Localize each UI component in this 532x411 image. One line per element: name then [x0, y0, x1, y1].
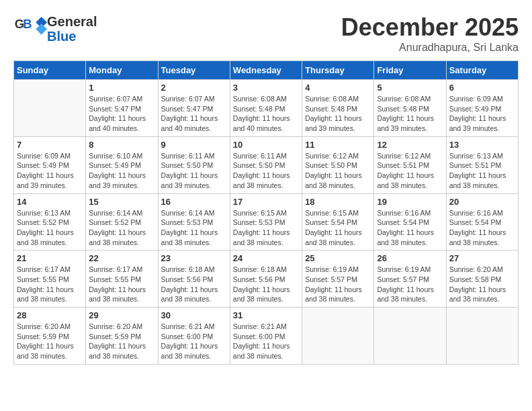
- day-info: Sunrise: 6:19 AMSunset: 5:57 PMDaylight:…: [305, 265, 371, 304]
- calendar-cell: 29Sunrise: 6:20 AMSunset: 5:59 PMDayligh…: [86, 308, 158, 365]
- day-info: Sunrise: 6:20 AMSunset: 5:58 PMDaylight:…: [449, 265, 515, 304]
- calendar-week-row: 14Sunrise: 6:13 AMSunset: 5:52 PMDayligh…: [14, 193, 519, 250]
- day-number: 11: [305, 140, 371, 150]
- day-number: 24: [233, 253, 299, 263]
- day-info: Sunrise: 6:20 AMSunset: 5:59 PMDaylight:…: [17, 322, 83, 361]
- day-info: Sunrise: 6:15 AMSunset: 5:54 PMDaylight:…: [305, 208, 371, 248]
- day-number: 14: [17, 197, 83, 207]
- day-number: 19: [377, 197, 443, 207]
- calendar-cell: 17Sunrise: 6:15 AMSunset: 5:53 PMDayligh…: [230, 193, 302, 250]
- day-number: 13: [449, 140, 515, 150]
- day-info: Sunrise: 6:14 AMSunset: 5:53 PMDaylight:…: [161, 208, 227, 248]
- day-info: Sunrise: 6:11 AMSunset: 5:50 PMDaylight:…: [233, 151, 299, 191]
- day-number: 5: [377, 83, 443, 93]
- day-info: Sunrise: 6:09 AMSunset: 5:49 PMDaylight:…: [449, 94, 515, 134]
- svg-marker-3: [36, 24, 47, 35]
- page-header: G B General Blue December 2025 Anuradhap…: [13, 13, 519, 54]
- day-info: Sunrise: 6:18 AMSunset: 5:56 PMDaylight:…: [233, 265, 299, 304]
- calendar-cell: 26Sunrise: 6:19 AMSunset: 5:57 PMDayligh…: [374, 250, 446, 308]
- calendar-week-row: 28Sunrise: 6:20 AMSunset: 5:59 PMDayligh…: [14, 308, 519, 365]
- logo-general-text: General: [47, 14, 97, 29]
- day-number: 2: [161, 83, 227, 93]
- weekday-header-thursday: Thursday: [302, 61, 374, 80]
- day-number: 25: [305, 253, 371, 263]
- day-info: Sunrise: 6:08 AMSunset: 5:48 PMDaylight:…: [233, 94, 299, 134]
- day-info: Sunrise: 6:18 AMSunset: 5:56 PMDaylight:…: [161, 265, 227, 304]
- day-info: Sunrise: 6:09 AMSunset: 5:49 PMDaylight:…: [17, 151, 83, 191]
- calendar-header-row: SundayMondayTuesdayWednesdayThursdayFrid…: [14, 61, 519, 80]
- day-info: Sunrise: 6:16 AMSunset: 5:54 PMDaylight:…: [377, 208, 443, 248]
- day-info: Sunrise: 6:07 AMSunset: 5:47 PMDaylight:…: [161, 94, 227, 134]
- calendar-cell: 21Sunrise: 6:17 AMSunset: 5:55 PMDayligh…: [14, 250, 86, 308]
- calendar-week-row: 1Sunrise: 6:07 AMSunset: 5:47 PMDaylight…: [14, 80, 519, 137]
- calendar-cell: 5Sunrise: 6:08 AMSunset: 5:48 PMDaylight…: [374, 80, 446, 137]
- day-number: 22: [89, 253, 154, 263]
- day-info: Sunrise: 6:08 AMSunset: 5:48 PMDaylight:…: [377, 94, 443, 134]
- calendar-cell: 3Sunrise: 6:08 AMSunset: 5:48 PMDaylight…: [230, 80, 302, 137]
- day-info: Sunrise: 6:12 AMSunset: 5:51 PMDaylight:…: [377, 151, 443, 191]
- day-info: Sunrise: 6:17 AMSunset: 5:55 PMDaylight:…: [17, 265, 83, 304]
- day-number: 31: [233, 310, 299, 320]
- day-info: Sunrise: 6:08 AMSunset: 5:48 PMDaylight:…: [305, 94, 371, 134]
- day-number: 9: [161, 140, 227, 150]
- calendar-cell: 7Sunrise: 6:09 AMSunset: 5:49 PMDaylight…: [14, 136, 86, 193]
- day-number: 10: [233, 140, 299, 150]
- calendar-cell: 10Sunrise: 6:11 AMSunset: 5:50 PMDayligh…: [230, 136, 302, 193]
- logo-blue-text: Blue: [47, 29, 97, 44]
- day-number: 4: [305, 83, 371, 93]
- day-number: 16: [161, 197, 227, 207]
- calendar-cell: 4Sunrise: 6:08 AMSunset: 5:48 PMDaylight…: [302, 80, 374, 137]
- day-number: 20: [449, 197, 515, 207]
- day-number: 28: [17, 310, 83, 320]
- calendar-cell: 31Sunrise: 6:21 AMSunset: 6:00 PMDayligh…: [230, 308, 302, 365]
- day-number: 17: [233, 197, 299, 207]
- calendar-cell: 8Sunrise: 6:10 AMSunset: 5:49 PMDaylight…: [86, 136, 158, 193]
- calendar-cell: 20Sunrise: 6:16 AMSunset: 5:54 PMDayligh…: [446, 193, 518, 250]
- calendar-cell: [446, 308, 518, 365]
- calendar-cell: 12Sunrise: 6:12 AMSunset: 5:51 PMDayligh…: [374, 136, 446, 193]
- day-number: 27: [449, 253, 515, 263]
- day-number: 29: [89, 310, 154, 320]
- weekday-header-tuesday: Tuesday: [158, 61, 230, 80]
- calendar-cell: 22Sunrise: 6:17 AMSunset: 5:55 PMDayligh…: [86, 250, 158, 308]
- day-info: Sunrise: 6:14 AMSunset: 5:52 PMDaylight:…: [89, 208, 154, 248]
- calendar-cell: 16Sunrise: 6:14 AMSunset: 5:53 PMDayligh…: [158, 193, 230, 250]
- logo: G B General Blue: [13, 13, 97, 44]
- weekday-header-sunday: Sunday: [14, 61, 86, 80]
- day-info: Sunrise: 6:16 AMSunset: 5:54 PMDaylight:…: [449, 208, 515, 248]
- calendar-cell: 28Sunrise: 6:20 AMSunset: 5:59 PMDayligh…: [14, 308, 86, 365]
- day-number: 12: [377, 140, 443, 150]
- day-info: Sunrise: 6:15 AMSunset: 5:53 PMDaylight:…: [233, 208, 299, 248]
- calendar-cell: 13Sunrise: 6:13 AMSunset: 5:51 PMDayligh…: [446, 136, 518, 193]
- calendar-cell: 15Sunrise: 6:14 AMSunset: 5:52 PMDayligh…: [86, 193, 158, 250]
- calendar-cell: 14Sunrise: 6:13 AMSunset: 5:52 PMDayligh…: [14, 193, 86, 250]
- day-number: 1: [89, 83, 154, 93]
- day-info: Sunrise: 6:19 AMSunset: 5:57 PMDaylight:…: [377, 265, 443, 304]
- calendar-cell: 18Sunrise: 6:15 AMSunset: 5:54 PMDayligh…: [302, 193, 374, 250]
- calendar-cell: 19Sunrise: 6:16 AMSunset: 5:54 PMDayligh…: [374, 193, 446, 250]
- weekday-header-friday: Friday: [374, 61, 446, 80]
- day-number: 26: [377, 253, 443, 263]
- day-number: 15: [89, 197, 154, 207]
- day-info: Sunrise: 6:21 AMSunset: 6:00 PMDaylight:…: [233, 322, 299, 361]
- day-info: Sunrise: 6:11 AMSunset: 5:50 PMDaylight:…: [161, 151, 227, 191]
- calendar-cell: 23Sunrise: 6:18 AMSunset: 5:56 PMDayligh…: [158, 250, 230, 308]
- title-block: December 2025 Anuradhapura, Sri Lanka: [341, 13, 519, 54]
- day-number: 6: [449, 83, 515, 93]
- day-info: Sunrise: 6:07 AMSunset: 5:47 PMDaylight:…: [89, 94, 154, 134]
- day-number: 21: [17, 253, 83, 263]
- calendar-cell: 9Sunrise: 6:11 AMSunset: 5:50 PMDaylight…: [158, 136, 230, 193]
- day-number: 8: [89, 140, 154, 150]
- calendar-cell: 6Sunrise: 6:09 AMSunset: 5:49 PMDaylight…: [446, 80, 518, 137]
- month-title: December 2025: [341, 13, 519, 42]
- day-info: Sunrise: 6:10 AMSunset: 5:49 PMDaylight:…: [89, 151, 154, 191]
- calendar-cell: 11Sunrise: 6:12 AMSunset: 5:50 PMDayligh…: [302, 136, 374, 193]
- day-number: 7: [17, 140, 83, 150]
- calendar-cell: 30Sunrise: 6:21 AMSunset: 6:00 PMDayligh…: [158, 308, 230, 365]
- calendar-cell: 25Sunrise: 6:19 AMSunset: 5:57 PMDayligh…: [302, 250, 374, 308]
- logo-svg: G B: [13, 13, 47, 44]
- day-info: Sunrise: 6:13 AMSunset: 5:51 PMDaylight:…: [449, 151, 515, 191]
- weekday-header-wednesday: Wednesday: [230, 61, 302, 80]
- weekday-header-monday: Monday: [86, 61, 158, 80]
- calendar-cell: [14, 80, 86, 137]
